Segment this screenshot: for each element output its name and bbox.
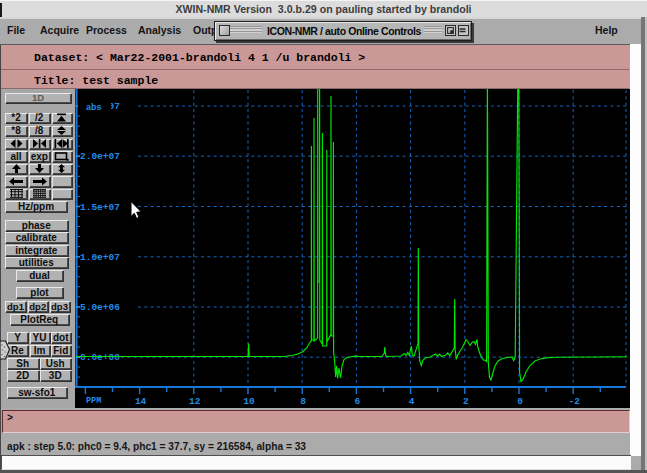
svg-text:-2: -2 — [568, 396, 580, 407]
svg-text:2.0e+07: 2.0e+07 — [80, 151, 120, 162]
svg-text:6: 6 — [355, 396, 361, 407]
svg-text:8: 8 — [300, 396, 306, 407]
svg-text:0.0e+00: 0.0e+00 — [80, 352, 120, 363]
svg-text:0: 0 — [517, 396, 523, 407]
svg-text:PPM: PPM — [86, 396, 101, 406]
svg-text:2: 2 — [463, 396, 469, 407]
svg-text:10: 10 — [243, 396, 255, 407]
svg-text:abs: abs — [86, 102, 102, 112]
svg-text:5.0e+06: 5.0e+06 — [80, 302, 120, 313]
svg-text:4: 4 — [409, 396, 415, 407]
svg-text:1.0e+07: 1.0e+07 — [80, 252, 120, 263]
svg-text:12: 12 — [189, 396, 201, 407]
svg-text:14: 14 — [135, 396, 147, 407]
svg-text:1.5e+07: 1.5e+07 — [80, 202, 120, 213]
